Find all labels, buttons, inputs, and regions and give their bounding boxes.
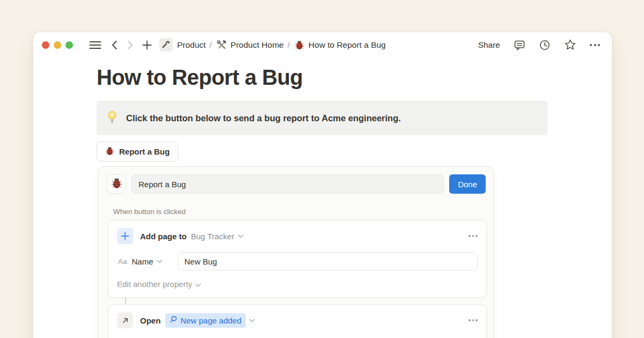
text-property-icon: Aa <box>118 258 127 266</box>
trigger-label: When button is clicked <box>113 208 486 216</box>
property-name-select[interactable]: Name <box>132 257 153 266</box>
menu-icon[interactable] <box>89 41 101 49</box>
forward-icon[interactable] <box>127 40 134 50</box>
callout-text: Click the button below to send a bug rep… <box>126 113 401 123</box>
done-button[interactable]: Done <box>449 174 486 194</box>
lightbulb-icon <box>106 110 118 127</box>
add-page-to-label: Add page to <box>140 232 187 241</box>
config-header: Done <box>107 174 486 194</box>
hammer-wrench-icon <box>217 40 226 50</box>
callout-block: Click the button below to send a bug rep… <box>97 101 547 135</box>
database-select[interactable]: Bug Tracker <box>191 232 235 241</box>
back-icon[interactable] <box>111 40 118 50</box>
page-content: How to Report a Bug Click the button bel… <box>33 65 612 338</box>
toolbar: Product / Product Home / <box>33 32 612 57</box>
more-icon[interactable] <box>590 44 600 46</box>
chevron-down-icon <box>195 280 201 289</box>
step-connector <box>125 298 126 304</box>
breadcrumb-current-page[interactable]: How to Report a Bug <box>309 40 386 50</box>
button-name-input[interactable] <box>131 174 444 194</box>
step-open-page-card: Open New page added <box>108 304 487 338</box>
clock-icon[interactable] <box>539 39 551 51</box>
step-more-icon[interactable] <box>469 235 478 237</box>
chevron-down-icon[interactable] <box>249 319 255 322</box>
new-page-icon[interactable] <box>142 40 152 50</box>
breadcrumb-product[interactable]: Product <box>177 40 206 50</box>
arrow-up-right-icon <box>117 312 133 328</box>
property-value-input[interactable] <box>178 252 478 270</box>
search-icon <box>170 315 177 325</box>
app-window: Product / Product Home / <box>33 32 612 338</box>
button-config-panel: Done When button is clicked Add page to … <box>98 166 494 338</box>
share-button[interactable]: Share <box>478 40 500 50</box>
edit-another-property-button[interactable]: Edit another property <box>117 280 478 289</box>
button-icon-picker[interactable] <box>107 174 126 194</box>
traffic-close-button[interactable] <box>42 41 49 49</box>
open-label: Open <box>140 316 160 325</box>
report-a-bug-button[interactable]: Report a Bug <box>97 142 178 161</box>
wrench-icon[interactable] <box>159 38 173 52</box>
traffic-minimize-button[interactable] <box>54 41 61 49</box>
chevron-down-icon[interactable] <box>157 260 163 263</box>
breadcrumb-separator: / <box>288 40 290 49</box>
chevron-down-icon[interactable] <box>238 234 244 238</box>
ladybug-icon <box>111 178 122 191</box>
star-icon[interactable] <box>564 39 576 51</box>
page-title: How to Report a Bug <box>97 65 612 90</box>
traffic-zoom-button[interactable] <box>65 41 73 49</box>
report-a-bug-button-label: Report a Bug <box>119 147 170 156</box>
edit-another-property-label: Edit another property <box>117 280 192 289</box>
ladybug-icon <box>105 146 114 157</box>
breadcrumb-separator: / <box>209 40 211 49</box>
new-page-added-chip-label: New page added <box>180 316 241 325</box>
plus-icon <box>117 228 133 244</box>
comment-icon[interactable] <box>514 39 525 51</box>
new-page-added-chip[interactable]: New page added <box>165 313 245 328</box>
step-more-icon[interactable] <box>469 319 478 321</box>
breadcrumb-product-home[interactable]: Product Home <box>231 40 284 50</box>
step-add-page-card: Add page to Bug Tracker Aa Name <box>108 220 487 298</box>
ladybug-icon <box>295 40 304 50</box>
